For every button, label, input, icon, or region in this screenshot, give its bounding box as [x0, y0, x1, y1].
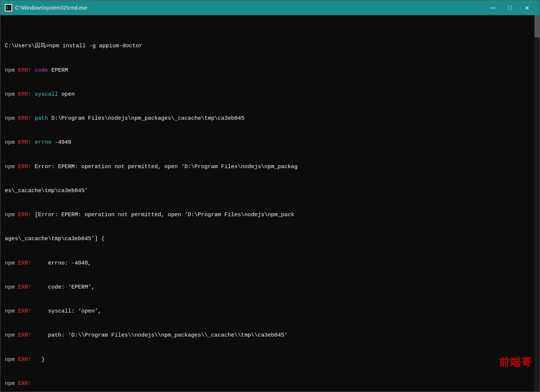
terminal-line: npm ERR! path D:\Program Files\nodejs\np…	[5, 115, 535, 123]
terminal-line: npm ERR! syscall open	[5, 91, 535, 99]
terminal-line: npm ERR! errno: -4048,	[5, 259, 535, 267]
terminal-line: npm ERR!	[5, 380, 535, 388]
scrollbar-thumb[interactable]	[534, 15, 540, 37]
terminal-line: npm ERR! Error: EPERM: operation not per…	[5, 163, 535, 171]
window-controls: — □ ✕	[484, 0, 535, 15]
terminal-line: npm ERR! errno -4048	[5, 139, 535, 147]
title-bar: C: C:\Windows\system32\cmd.exe — □ ✕	[0, 0, 540, 15]
terminal-line: npm ERR! }	[5, 356, 535, 364]
terminal-line: npm ERR! [Error: EPERM: operation not pe…	[5, 211, 535, 219]
watermark: 前端哥	[499, 355, 532, 369]
maximize-button[interactable]: □	[501, 0, 518, 15]
terminal-line: es\_cacache\tmp\ca3eb045’	[5, 187, 535, 195]
window-icon: C:	[5, 4, 12, 11]
window-title: C:\Windows\system32\cmd.exe	[15, 5, 484, 11]
close-button[interactable]: ✕	[518, 0, 535, 15]
scrollbar[interactable]	[534, 15, 540, 392]
cmd-window: C: C:\Windows\system32\cmd.exe — □ ✕ C:\…	[0, 0, 540, 392]
terminal-body: C:\Users\囚鸟>npm install -g appium-doctor…	[0, 15, 540, 392]
terminal-line: npm ERR! code EPERM	[5, 67, 535, 75]
minimize-button[interactable]: —	[484, 0, 501, 15]
terminal-line: npm ERR! code: ‘EPERM’,	[5, 283, 535, 292]
terminal-content: C:\Users\囚鸟>npm install -g appium-doctor…	[5, 18, 535, 392]
svg-text:C:: C:	[6, 6, 11, 10]
terminal-line: ages\_cacache\tmp\ca3eb045’] {	[5, 235, 535, 243]
terminal-line: npm ERR! path: ‘D:\\Program Files\\nodej…	[5, 331, 535, 340]
terminal-line: npm ERR! syscall: ‘open’,	[5, 307, 535, 316]
terminal-line: C:\Users\囚鸟>npm install -g appium-doctor	[5, 42, 535, 50]
